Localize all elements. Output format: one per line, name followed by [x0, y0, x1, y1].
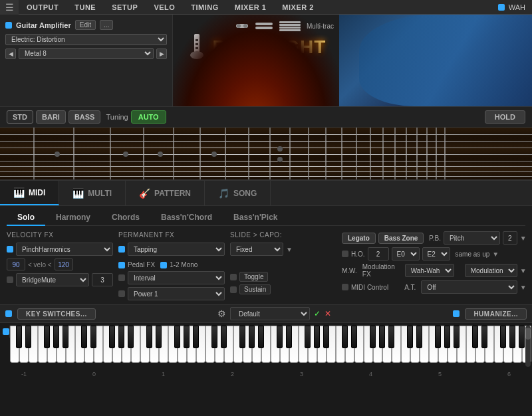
mode-harmony[interactable]: Harmony [45, 210, 101, 226]
tab-midi[interactable]: 🎹 MIDI [0, 181, 59, 205]
white-key[interactable] [336, 326, 345, 363]
white-key[interactable] [308, 326, 317, 363]
menu-tune[interactable]: TUNE [66, 0, 104, 15]
menu-output[interactable]: OUTPUT [19, 0, 66, 15]
std-button[interactable]: STD [7, 110, 33, 124]
velocity-high[interactable] [55, 259, 73, 270]
auto-button[interactable]: AUTO [131, 110, 166, 124]
white-key[interactable] [57, 326, 66, 363]
tab-multi[interactable]: 🎹 MULTI [59, 181, 126, 205]
white-key[interactable] [475, 326, 485, 363]
ks-default-select[interactable]: Default [230, 307, 310, 320]
white-key[interactable] [205, 326, 215, 363]
white-key[interactable] [327, 326, 336, 363]
white-key[interactable] [47, 326, 57, 363]
velocity-low[interactable] [7, 259, 25, 270]
white-key[interactable] [252, 326, 261, 363]
sustain-button[interactable]: Sustain [239, 284, 271, 294]
bridge-mute-select[interactable]: BridgeMute [16, 273, 89, 286]
white-key[interactable] [271, 326, 280, 363]
white-key[interactable] [317, 326, 327, 363]
toggle-button[interactable]: Toggle [239, 272, 268, 282]
white-key[interactable] [373, 326, 382, 363]
hold-button[interactable]: HOLD [485, 110, 525, 124]
bari-button[interactable]: BARI [36, 110, 66, 124]
ho-value[interactable] [368, 247, 389, 260]
menu-mixer2[interactable]: MIXER 2 [274, 0, 322, 15]
white-key[interactable] [112, 326, 122, 363]
white-key[interactable] [364, 326, 373, 363]
mode-bassnpick[interactable]: Bass'n'Pick [223, 210, 288, 226]
white-key[interactable] [345, 326, 354, 363]
mode-chords[interactable]: Chords [101, 210, 150, 226]
white-key[interactable] [233, 326, 243, 363]
white-key[interactable] [122, 326, 131, 363]
white-key[interactable] [38, 326, 47, 363]
mode-bassnchord[interactable]: Bass'n'Chord [150, 210, 223, 226]
white-key[interactable] [280, 326, 289, 363]
white-key[interactable] [66, 326, 75, 363]
ks-settings-icon[interactable]: ⚙ [217, 308, 226, 319]
white-key[interactable] [420, 326, 429, 363]
preset-prev[interactable]: ◀ [5, 49, 16, 59]
white-key[interactable] [410, 326, 420, 363]
white-key[interactable] [494, 326, 503, 363]
white-key[interactable] [29, 326, 38, 363]
white-key[interactable] [159, 326, 168, 363]
white-key[interactable] [392, 326, 401, 363]
white-key[interactable] [438, 326, 448, 363]
white-key[interactable] [513, 326, 522, 363]
velocity-select[interactable]: PinchHarmonics [16, 243, 113, 256]
modulation-select[interactable]: Wah-Wah [405, 264, 454, 277]
white-key[interactable] [289, 326, 299, 363]
mode-solo[interactable]: Solo [7, 210, 45, 226]
tab-song[interactable]: 🎵 SONG [205, 181, 271, 205]
dots-button[interactable]: ... [100, 20, 113, 30]
white-key[interactable] [168, 326, 178, 363]
white-key[interactable] [84, 326, 94, 363]
white-key[interactable] [354, 326, 364, 363]
white-key[interactable] [140, 326, 150, 363]
pitch-select[interactable]: Pitch [444, 231, 500, 245]
white-key[interactable] [215, 326, 224, 363]
white-key[interactable] [150, 326, 159, 363]
white-key[interactable] [448, 326, 457, 363]
menu-mixer1[interactable]: MIXER 1 [227, 0, 275, 15]
menu-setup[interactable]: SETUP [104, 0, 146, 15]
e2-select[interactable]: E2 [422, 247, 450, 260]
bass-button[interactable]: BASS [68, 110, 101, 124]
white-key[interactable] [131, 326, 140, 363]
white-key[interactable] [94, 326, 103, 363]
white-key[interactable] [382, 326, 392, 363]
preset-next[interactable]: ▶ [156, 49, 167, 59]
white-key[interactable] [457, 326, 466, 363]
white-key[interactable] [466, 326, 475, 363]
piano-keyboard[interactable] [10, 326, 531, 365]
white-key[interactable] [429, 326, 438, 363]
power-select[interactable]: Power 1 [128, 287, 225, 300]
white-key[interactable] [243, 326, 252, 363]
white-key[interactable] [503, 326, 513, 363]
humanize-button[interactable]: HUMANIZE... [465, 308, 527, 320]
bridge-mute-value[interactable] [92, 273, 113, 286]
piano-scrollbar[interactable] [525, 326, 531, 367]
preset-select[interactable]: Metal 8 [19, 48, 154, 59]
key-switches-button[interactable]: KEY SWITCHES... [17, 308, 96, 320]
slide-select[interactable]: Fixed [230, 243, 283, 256]
white-key[interactable] [187, 326, 196, 363]
ks-check-icon[interactable]: ✓ [314, 309, 321, 318]
white-key[interactable] [178, 326, 187, 363]
white-key[interactable] [103, 326, 112, 363]
effect-select[interactable]: Electric: Distortion [5, 34, 167, 45]
at-select[interactable]: Off [421, 280, 517, 294]
menu-velo[interactable]: VELO [146, 0, 183, 15]
white-key[interactable] [485, 326, 494, 363]
legato-button[interactable]: Legato [342, 233, 376, 244]
ks-close-icon[interactable]: ✕ [325, 309, 331, 318]
tab-pattern[interactable]: 🎸 PATTERN [126, 181, 205, 205]
bass-zone-button[interactable]: Bass Zone [378, 233, 424, 244]
permanent-select[interactable]: Tapping [128, 243, 225, 256]
hamburger-menu[interactable]: ☰ [0, 0, 19, 15]
menu-timing[interactable]: TIMING [183, 0, 227, 15]
wah-toggle[interactable]: WAH [498, 3, 532, 11]
